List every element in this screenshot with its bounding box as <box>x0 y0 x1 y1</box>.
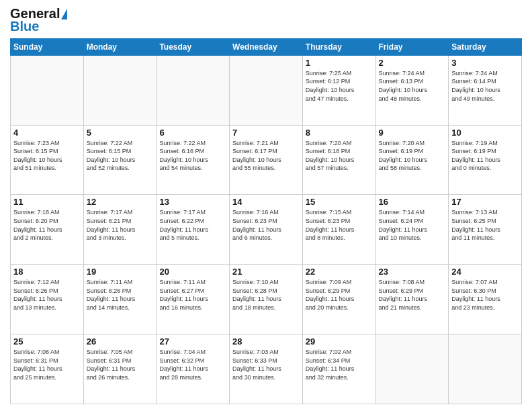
day-info: Sunrise: 7:12 AM Sunset: 6:26 PM Dayligh… <box>13 278 81 312</box>
day-info: Sunrise: 7:22 AM Sunset: 6:16 PM Dayligh… <box>159 139 226 173</box>
day-number: 1 <box>306 58 373 68</box>
day-info: Sunrise: 7:15 AM Sunset: 6:23 PM Dayligh… <box>306 208 373 242</box>
logo: General Blue <box>10 7 67 33</box>
day-info: Sunrise: 7:03 AM Sunset: 6:33 PM Dayligh… <box>232 348 300 381</box>
day-info: Sunrise: 7:22 AM Sunset: 6:15 PM Dayligh… <box>87 139 154 173</box>
calendar-cell <box>230 55 303 125</box>
day-info: Sunrise: 7:24 AM Sunset: 6:14 PM Dayligh… <box>451 69 519 103</box>
calendar-cell: 2Sunrise: 7:24 AM Sunset: 6:13 PM Daylig… <box>375 55 449 125</box>
day-number: 7 <box>232 128 300 138</box>
calendar-cell <box>157 55 230 125</box>
calendar-cell: 4Sunrise: 7:23 AM Sunset: 6:15 PM Daylig… <box>11 125 84 195</box>
calendar-cell <box>449 334 522 404</box>
day-info: Sunrise: 7:06 AM Sunset: 6:31 PM Dayligh… <box>13 348 81 381</box>
day-number: 22 <box>306 267 373 277</box>
day-info: Sunrise: 7:04 AM Sunset: 6:32 PM Dayligh… <box>159 348 226 381</box>
day-info: Sunrise: 7:17 AM Sunset: 6:22 PM Dayligh… <box>159 208 226 242</box>
calendar-week-row: 25Sunrise: 7:06 AM Sunset: 6:31 PM Dayli… <box>11 334 522 404</box>
calendar-table: SundayMondayTuesdayWednesdayThursdayFrid… <box>10 38 522 404</box>
day-number: 23 <box>379 267 446 277</box>
day-info: Sunrise: 7:07 AM Sunset: 6:30 PM Dayligh… <box>451 278 519 312</box>
calendar-cell: 13Sunrise: 7:17 AM Sunset: 6:22 PM Dayli… <box>157 195 230 265</box>
day-number: 11 <box>13 197 81 207</box>
day-info: Sunrise: 7:02 AM Sunset: 6:34 PM Dayligh… <box>306 348 373 381</box>
day-info: Sunrise: 7:25 AM Sunset: 6:12 PM Dayligh… <box>306 69 373 103</box>
day-number: 3 <box>451 58 519 68</box>
calendar-cell: 18Sunrise: 7:12 AM Sunset: 6:26 PM Dayli… <box>11 265 84 334</box>
calendar-week-row: 4Sunrise: 7:23 AM Sunset: 6:15 PM Daylig… <box>11 125 522 195</box>
day-number: 13 <box>159 197 226 207</box>
day-info: Sunrise: 7:05 AM Sunset: 6:31 PM Dayligh… <box>87 348 154 381</box>
day-number: 21 <box>232 267 300 277</box>
day-number: 17 <box>451 197 519 207</box>
calendar-cell: 10Sunrise: 7:19 AM Sunset: 6:19 PM Dayli… <box>449 125 522 195</box>
day-number: 6 <box>159 128 226 138</box>
calendar-cell: 1Sunrise: 7:25 AM Sunset: 6:12 PM Daylig… <box>302 55 375 125</box>
calendar-cell: 27Sunrise: 7:04 AM Sunset: 6:32 PM Dayli… <box>157 334 230 404</box>
calendar-cell: 7Sunrise: 7:21 AM Sunset: 6:17 PM Daylig… <box>230 125 303 195</box>
calendar-cell: 26Sunrise: 7:05 AM Sunset: 6:31 PM Dayli… <box>83 334 157 404</box>
day-info: Sunrise: 7:17 AM Sunset: 6:21 PM Dayligh… <box>87 208 154 242</box>
calendar-cell: 14Sunrise: 7:16 AM Sunset: 6:23 PM Dayli… <box>230 195 303 265</box>
calendar-day-header: Sunday <box>11 38 84 55</box>
calendar-cell: 25Sunrise: 7:06 AM Sunset: 6:31 PM Dayli… <box>11 334 84 404</box>
day-number: 20 <box>159 267 226 277</box>
day-number: 24 <box>451 267 519 277</box>
logo-blue: Blue <box>10 19 39 33</box>
logo-triangle-icon <box>61 9 67 19</box>
calendar-cell: 15Sunrise: 7:15 AM Sunset: 6:23 PM Dayli… <box>302 195 375 265</box>
day-info: Sunrise: 7:14 AM Sunset: 6:24 PM Dayligh… <box>379 208 446 242</box>
day-info: Sunrise: 7:10 AM Sunset: 6:28 PM Dayligh… <box>232 278 300 312</box>
calendar-day-header: Tuesday <box>157 38 230 55</box>
day-info: Sunrise: 7:20 AM Sunset: 6:19 PM Dayligh… <box>379 139 446 173</box>
calendar-cell <box>83 55 157 125</box>
day-number: 14 <box>232 197 300 207</box>
day-number: 25 <box>13 336 81 347</box>
day-number: 2 <box>379 58 446 68</box>
day-number: 18 <box>13 267 81 277</box>
day-number: 8 <box>306 128 373 138</box>
calendar-cell: 24Sunrise: 7:07 AM Sunset: 6:30 PM Dayli… <box>449 265 522 334</box>
calendar-day-header: Monday <box>83 38 157 55</box>
day-info: Sunrise: 7:13 AM Sunset: 6:25 PM Dayligh… <box>451 208 519 242</box>
calendar-cell: 3Sunrise: 7:24 AM Sunset: 6:14 PM Daylig… <box>449 55 522 125</box>
calendar-cell: 28Sunrise: 7:03 AM Sunset: 6:33 PM Dayli… <box>230 334 303 404</box>
calendar-cell: 8Sunrise: 7:20 AM Sunset: 6:18 PM Daylig… <box>302 125 375 195</box>
calendar-cell: 22Sunrise: 7:09 AM Sunset: 6:29 PM Dayli… <box>302 265 375 334</box>
calendar-cell: 29Sunrise: 7:02 AM Sunset: 6:34 PM Dayli… <box>302 334 375 404</box>
day-number: 12 <box>87 197 154 207</box>
day-number: 4 <box>13 128 81 138</box>
day-info: Sunrise: 7:11 AM Sunset: 6:27 PM Dayligh… <box>159 278 226 312</box>
calendar-day-header: Saturday <box>449 38 522 55</box>
calendar-cell: 11Sunrise: 7:18 AM Sunset: 6:20 PM Dayli… <box>11 195 84 265</box>
page: General Blue SundayMondayTuesdayWednesda… <box>0 0 532 411</box>
calendar-cell: 20Sunrise: 7:11 AM Sunset: 6:27 PM Dayli… <box>157 265 230 334</box>
day-number: 19 <box>87 267 154 277</box>
day-info: Sunrise: 7:11 AM Sunset: 6:26 PM Dayligh… <box>87 278 154 312</box>
day-number: 29 <box>306 336 373 347</box>
day-number: 28 <box>232 336 300 347</box>
calendar-day-header: Friday <box>375 38 449 55</box>
day-number: 9 <box>379 128 446 138</box>
day-info: Sunrise: 7:24 AM Sunset: 6:13 PM Dayligh… <box>379 69 446 103</box>
calendar-cell: 12Sunrise: 7:17 AM Sunset: 6:21 PM Dayli… <box>83 195 157 265</box>
day-number: 16 <box>379 197 446 207</box>
day-info: Sunrise: 7:21 AM Sunset: 6:17 PM Dayligh… <box>232 139 300 173</box>
calendar-cell: 16Sunrise: 7:14 AM Sunset: 6:24 PM Dayli… <box>375 195 449 265</box>
calendar-week-row: 18Sunrise: 7:12 AM Sunset: 6:26 PM Dayli… <box>11 265 522 334</box>
day-info: Sunrise: 7:20 AM Sunset: 6:18 PM Dayligh… <box>306 139 373 173</box>
calendar-day-header: Thursday <box>302 38 375 55</box>
calendar-cell: 5Sunrise: 7:22 AM Sunset: 6:15 PM Daylig… <box>83 125 157 195</box>
calendar-cell <box>11 55 84 125</box>
day-info: Sunrise: 7:23 AM Sunset: 6:15 PM Dayligh… <box>13 139 81 173</box>
day-number: 5 <box>87 128 154 138</box>
calendar-cell: 21Sunrise: 7:10 AM Sunset: 6:28 PM Dayli… <box>230 265 303 334</box>
calendar-cell: 9Sunrise: 7:20 AM Sunset: 6:19 PM Daylig… <box>375 125 449 195</box>
calendar-cell: 6Sunrise: 7:22 AM Sunset: 6:16 PM Daylig… <box>157 125 230 195</box>
day-info: Sunrise: 7:08 AM Sunset: 6:29 PM Dayligh… <box>379 278 446 312</box>
day-number: 15 <box>306 197 373 207</box>
calendar-day-header: Wednesday <box>230 38 303 55</box>
day-info: Sunrise: 7:19 AM Sunset: 6:19 PM Dayligh… <box>451 139 519 173</box>
calendar-week-row: 1Sunrise: 7:25 AM Sunset: 6:12 PM Daylig… <box>11 55 522 125</box>
calendar-cell: 19Sunrise: 7:11 AM Sunset: 6:26 PM Dayli… <box>83 265 157 334</box>
